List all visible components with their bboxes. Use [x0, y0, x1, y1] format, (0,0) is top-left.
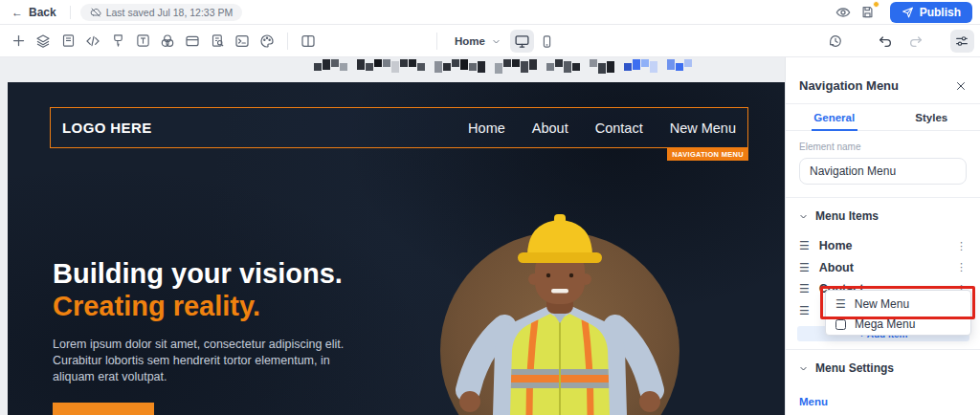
card-button[interactable] — [181, 30, 205, 53]
kebab-menu-icon[interactable]: ⋮ — [956, 240, 967, 252]
popup-option-mega-menu[interactable]: Mega Menu — [826, 317, 970, 335]
save-icon — [860, 5, 875, 19]
chevron-down-icon — [799, 364, 808, 373]
panel-header: Navigation Menu — [786, 57, 980, 103]
back-button[interactable]: ← Back — [8, 6, 60, 19]
send-icon — [902, 6, 914, 18]
page-icon — [61, 33, 76, 48]
back-arrow-icon: ← — [11, 6, 23, 19]
divider — [70, 6, 71, 19]
site-nav-link-new-menu[interactable]: New Menu — [670, 120, 736, 136]
theme-button[interactable] — [256, 30, 279, 53]
redo-button[interactable] — [904, 30, 928, 53]
find-asset-button[interactable] — [206, 30, 230, 53]
layers-button[interactable] — [32, 30, 56, 53]
settings-panel: Navigation Menu General Styles Element n… — [785, 57, 980, 415]
element-name-label: Element name — [799, 142, 967, 152]
add-element-button[interactable] — [7, 30, 31, 53]
selection-label-tag: NAVIGATION MENU — [667, 148, 748, 161]
site-nav-link-contact[interactable]: Contact — [595, 120, 643, 136]
hero-heading-line1[interactable]: Building your visions. — [53, 257, 383, 290]
undo-button[interactable] — [874, 30, 898, 53]
construction-worker-photo — [435, 207, 684, 415]
menu-settings-menu-label[interactable]: Menu — [799, 396, 980, 407]
code-button[interactable] — [81, 30, 105, 53]
shapes-button[interactable] — [156, 30, 180, 53]
menu-settings-section: Menu Settings — [786, 350, 980, 375]
last-saved-text: Last saved Jul 18, 12:33 PM — [106, 7, 234, 18]
mobile-view-button[interactable] — [535, 30, 559, 53]
publish-button[interactable]: Publish — [890, 2, 972, 23]
save-version-button[interactable] — [856, 3, 880, 22]
toolbar-right-group — [823, 30, 974, 53]
panel-title: Navigation Menu — [799, 78, 899, 93]
clock-history-icon — [828, 33, 843, 49]
hero-paragraph[interactable]: Lorem ipsum dolor sit amet, consectetur … — [53, 337, 368, 385]
settings-panel-button[interactable] — [950, 30, 974, 53]
panel-tabs: General Styles — [786, 104, 980, 131]
page-selector-dropdown[interactable]: Home — [445, 35, 510, 47]
notification-dot — [873, 1, 880, 8]
palette-icon — [259, 33, 275, 49]
menu-item-type-popup: ☰ New Menu Mega Menu — [825, 290, 971, 336]
drag-handle-icon[interactable]: ☰ — [799, 262, 810, 273]
site-logo[interactable]: LOGO HERE — [62, 120, 152, 136]
site-nav-links: Home About Contact New Menu — [468, 120, 736, 136]
panel-toggle-button[interactable] — [297, 30, 321, 53]
chevron-down-icon — [799, 212, 808, 221]
console-button[interactable] — [231, 30, 255, 53]
document-search-icon — [211, 33, 225, 48]
eye-icon — [835, 5, 851, 20]
desktop-view-button[interactable] — [510, 30, 534, 53]
menu-items-section-header[interactable]: Menu Items — [799, 209, 967, 223]
desktop-icon — [514, 33, 530, 50]
pages-button[interactable] — [56, 30, 80, 53]
split-columns-icon — [301, 33, 316, 49]
sliders-icon — [954, 33, 969, 49]
text-icon — [136, 33, 150, 48]
undo-icon — [878, 33, 893, 49]
terminal-icon — [234, 33, 250, 49]
chevron-down-icon — [492, 37, 501, 46]
book-a-call-button[interactable]: BOOK A CALL — [53, 403, 154, 415]
menu-items-section: Menu Items ☰ Home ⋮ ☰ About ⋮ ☰ Contact … — [786, 198, 980, 341]
drag-handle-icon[interactable]: ☰ — [799, 283, 810, 295]
censored-breadcrumb — [314, 59, 692, 75]
editor-toolbar: Home — [0, 25, 980, 57]
divider — [287, 33, 288, 50]
hero-heading-line2[interactable]: Creating reality. — [53, 290, 383, 322]
menu-settings-section-header[interactable]: Menu Settings — [799, 361, 967, 375]
redo-icon — [908, 33, 924, 49]
plus-icon — [11, 33, 26, 48]
toolbar-center-group: Home — [429, 25, 560, 57]
close-icon[interactable] — [955, 80, 967, 92]
menu-item-row-home[interactable]: ☰ Home ⋮ — [799, 235, 967, 257]
last-saved-status: Last saved Jul 18, 12:33 PM — [80, 4, 243, 21]
editor-area: LOGO HERE Home About Contact New Menu NA… — [0, 57, 980, 415]
divider — [436, 33, 437, 50]
site-nav-link-home[interactable]: Home — [468, 120, 505, 136]
site-canvas[interactable]: LOGO HERE Home About Contact New Menu NA… — [8, 82, 785, 415]
tab-styles[interactable]: Styles — [883, 104, 980, 130]
drag-handle-icon[interactable]: ☰ — [799, 240, 810, 251]
history-button[interactable] — [824, 30, 848, 53]
browser-card-icon — [185, 33, 200, 49]
popup-option-new-menu[interactable]: ☰ New Menu — [826, 291, 970, 317]
element-name-field: Element name — [786, 131, 980, 197]
element-name-input[interactable] — [799, 158, 967, 185]
cloud-off-icon — [90, 7, 101, 18]
mega-menu-checkbox[interactable] — [835, 319, 846, 330]
kebab-menu-icon[interactable]: ⋮ — [956, 261, 967, 273]
typography-button[interactable] — [131, 30, 155, 53]
menu-item-row-about[interactable]: ☰ About ⋮ — [799, 257, 967, 279]
top-bar: ← Back Last saved Jul 18, 12:33 PM — [0, 0, 980, 25]
style-brush-button[interactable] — [106, 30, 130, 53]
venn-circles-icon — [160, 33, 175, 49]
preview-button[interactable] — [831, 3, 856, 22]
website-nav-bar[interactable]: LOGO HERE Home About Contact New Menu NA… — [50, 107, 748, 148]
tab-general[interactable]: General — [786, 104, 883, 130]
phone-icon — [540, 34, 554, 49]
drag-handle-icon[interactable]: ☰ — [799, 305, 810, 317]
site-nav-link-about[interactable]: About — [532, 120, 568, 136]
drag-handle-icon: ☰ — [835, 298, 846, 310]
